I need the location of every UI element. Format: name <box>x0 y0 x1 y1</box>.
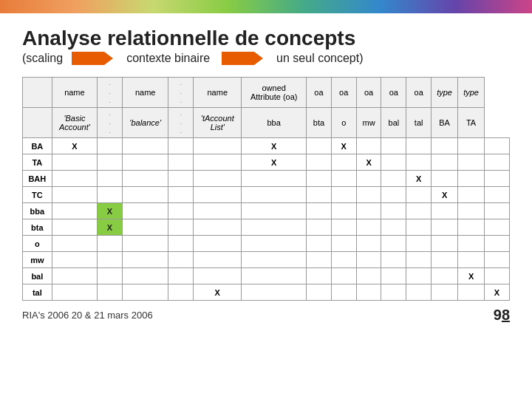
table-cell <box>168 219 194 236</box>
page-num-8: 8 <box>502 307 510 323</box>
table-cell <box>242 236 307 252</box>
table-cell <box>168 203 194 219</box>
concept-table: name ··· name ··· name ownedAttribute (o… <box>22 77 510 301</box>
table-cell <box>406 268 432 284</box>
table-cell <box>356 203 381 219</box>
row-label: TA <box>23 154 52 171</box>
table-cell <box>432 284 458 301</box>
table-row: balX <box>23 268 510 284</box>
table-cell <box>485 236 510 252</box>
table-cell <box>52 268 97 284</box>
table-cell <box>242 203 307 219</box>
table-cell <box>307 154 332 171</box>
table-header-row1: name ··· name ··· name ownedAttribute (o… <box>23 78 510 108</box>
table-cell <box>168 138 194 154</box>
table-cell <box>98 154 123 171</box>
table-cell <box>122 171 168 187</box>
table-cell <box>458 203 485 219</box>
th-name1: name <box>52 78 97 108</box>
table-cell <box>194 219 242 236</box>
table-cell <box>122 203 168 219</box>
th-empty2 <box>23 108 52 138</box>
row-label: mw <box>23 252 52 268</box>
row-label: bba <box>23 203 52 219</box>
table-cell <box>168 252 194 268</box>
table-cell <box>242 284 307 301</box>
th-dot2: ··· <box>168 78 194 108</box>
table-cell <box>98 171 123 187</box>
row-label: bal <box>23 268 52 284</box>
table-cell <box>381 284 406 301</box>
table-cell <box>242 268 307 284</box>
th-basic-account: 'BasicAccount' <box>52 108 97 138</box>
table-cell <box>52 203 97 219</box>
table-cell <box>307 171 332 187</box>
table-cell <box>485 171 510 187</box>
table-cell <box>485 187 510 203</box>
table-cell <box>122 187 168 203</box>
th-bta: bta <box>307 108 332 138</box>
row-label: BA <box>23 138 52 154</box>
table-cell <box>242 219 307 236</box>
table-cell <box>52 236 97 252</box>
subtitle-row: (scaling contexte binaire un seul concep… <box>22 52 510 65</box>
table-cell <box>356 187 381 203</box>
table-cell <box>458 252 485 268</box>
table-cell <box>485 252 510 268</box>
page-number: 98 <box>494 307 510 324</box>
table-cell <box>242 171 307 187</box>
table-cell <box>194 252 242 268</box>
table-cell <box>307 187 332 203</box>
th-mw: mw <box>356 108 381 138</box>
table-cell <box>122 236 168 252</box>
table-cell <box>194 171 242 187</box>
table-cell <box>432 203 458 219</box>
th-TA: TA <box>458 108 485 138</box>
th-bal: bal <box>381 108 406 138</box>
table-cell <box>485 268 510 284</box>
table-cell <box>381 187 406 203</box>
table-cell <box>122 154 168 171</box>
table-cell <box>168 284 194 301</box>
table-row: TCX <box>23 187 510 203</box>
table-cell <box>331 252 356 268</box>
table-cell <box>194 236 242 252</box>
th-bba: bba <box>242 108 307 138</box>
table-cell <box>485 138 510 154</box>
table-cell <box>356 252 381 268</box>
table-cell <box>98 138 123 154</box>
table-cell <box>242 187 307 203</box>
table-header-row2: 'BasicAccount' ··· 'balance' ··· 'tAccou… <box>23 108 510 138</box>
table-cell <box>432 171 458 187</box>
table-row: mw <box>23 252 510 268</box>
table-row: o <box>23 236 510 252</box>
table-cell <box>122 138 168 154</box>
row-label: tal <box>23 284 52 301</box>
th-balance: 'balance' <box>122 108 168 138</box>
th-name2: name <box>122 78 168 108</box>
top-banner <box>0 0 532 13</box>
table-cell <box>458 284 485 301</box>
table-cell <box>458 236 485 252</box>
th-oa4: oa <box>381 78 406 108</box>
table-cell <box>356 219 381 236</box>
table-cell <box>432 236 458 252</box>
table-cell <box>331 268 356 284</box>
table-cell <box>432 252 458 268</box>
table-cell <box>331 219 356 236</box>
table-cell <box>406 236 432 252</box>
table-cell <box>356 171 381 187</box>
table-cell <box>331 284 356 301</box>
table-cell <box>194 138 242 154</box>
table-cell <box>52 171 97 187</box>
table-cell <box>381 219 406 236</box>
table-cell: X <box>458 268 485 284</box>
table-cell <box>381 154 406 171</box>
row-label: bta <box>23 219 52 236</box>
table-cell <box>331 154 356 171</box>
th-oa3: oa <box>356 78 381 108</box>
row-label: BAH <box>23 171 52 187</box>
table-cell <box>242 252 307 268</box>
arrow-right-1 <box>72 52 104 65</box>
table-row: BAHX <box>23 171 510 187</box>
